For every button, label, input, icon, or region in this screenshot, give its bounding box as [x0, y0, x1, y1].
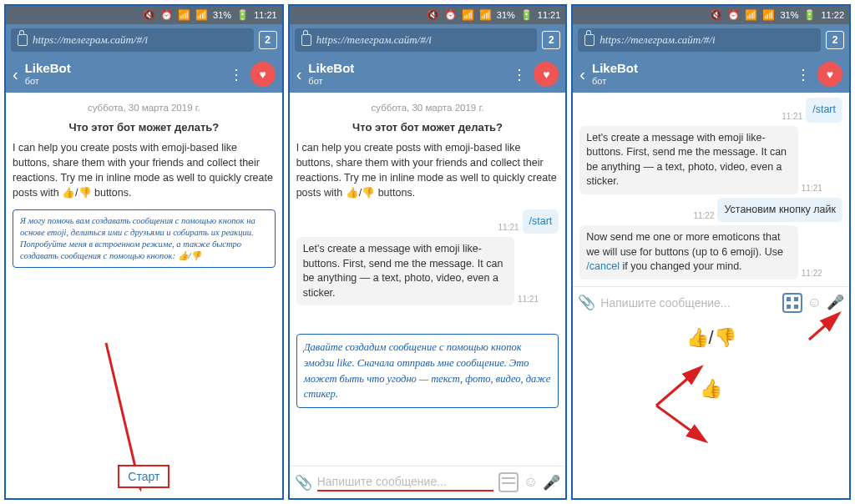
battery-percent: 31%	[780, 10, 798, 20]
date-separator: суббота, 30 марта 2019 г.	[13, 103, 276, 113]
start-button[interactable]: Старт	[118, 465, 169, 488]
tab-count-button[interactable]: 2	[826, 31, 844, 49]
svg-line-2	[656, 370, 698, 406]
url-text: https://телеграм.сайт/#/i	[600, 33, 715, 47]
outgoing-message[interactable]: /start	[806, 98, 842, 123]
outgoing-message[interactable]: Установим кнопку лайк	[717, 198, 842, 223]
battery-percent: 31%	[213, 10, 231, 20]
browser-address-row: https://телеграм.сайт/#/i 2	[6, 24, 282, 56]
menu-dots-icon[interactable]: ⋯	[228, 68, 246, 81]
cancel-command-link[interactable]: /cancel	[586, 260, 620, 272]
favorite-heart-button[interactable]: ♥	[250, 62, 276, 87]
url-text: https://телеграм.сайт/#/i	[33, 33, 148, 47]
bot-intro-text: I can help you create posts with emoji-b…	[13, 140, 276, 201]
favorite-heart-button[interactable]: ♥	[817, 62, 842, 87]
incoming-message[interactable]: Let's create a message with emoji like-b…	[579, 126, 797, 194]
message-input-row: 📎 Напишите сообщение... ☺ 🎤	[290, 466, 566, 498]
attach-icon[interactable]: 📎	[578, 294, 595, 311]
browser-address-row: https://телеграм.сайт/#/i 2	[290, 24, 566, 56]
outgoing-message-row: 11:21 /start	[296, 209, 559, 234]
phone-screenshot-3: 🔇 ⏰ 📶 📶 31% 🔋 11:22 https://телеграм.сай…	[571, 4, 851, 500]
callout-pointer	[355, 312, 375, 335]
emoji-icon[interactable]: ☺	[807, 295, 822, 311]
message-time: 11:22	[693, 211, 714, 220]
sticker-thumbs-pair[interactable]: 👍/👎	[686, 327, 736, 349]
signal-icon: 📶	[479, 10, 492, 20]
date-separator: суббота, 30 марта 2019 г.	[296, 103, 559, 113]
mic-icon[interactable]: 🎤	[827, 294, 844, 311]
svg-line-3	[656, 406, 702, 439]
attach-icon[interactable]: 📎	[295, 474, 312, 491]
back-arrow-icon[interactable]: ‹	[296, 65, 302, 84]
translation-callout: Давайте создадим сообщение с помощью кно…	[296, 334, 559, 408]
message-text-part: Now send me one or more emoticons that w…	[586, 231, 783, 258]
message-input[interactable]: Напишите сообщение...	[600, 295, 777, 311]
message-time: 11:21	[782, 112, 802, 121]
annotation-arrow-branch	[648, 360, 723, 451]
translation-callout: Я могу помочь вам создавать сообщения с …	[13, 209, 276, 269]
lock-icon	[301, 34, 311, 46]
alarm-icon: ⏰	[444, 10, 457, 20]
phone-screenshot-1: 🔇 ⏰ 📶 📶 31% 🔋 11:21 https://телеграм.сай…	[4, 4, 284, 500]
emoji-icon[interactable]: ☺	[524, 474, 538, 491]
chat-body: суббота, 30 марта 2019 г. Что этот бот м…	[290, 93, 566, 466]
browser-address-row: https://телеграм.сайт/#/i 2	[573, 24, 849, 56]
chat-subtitle: бот	[308, 76, 510, 87]
no-sound-icon: 🔇	[710, 10, 722, 20]
status-clock: 11:22	[821, 10, 844, 20]
status-bar: 🔇 ⏰ 📶 📶 31% 🔋 11:21	[6, 6, 282, 24]
signal-icon: 📶	[195, 10, 208, 20]
url-bar[interactable]: https://телеграм.сайт/#/i	[578, 28, 821, 52]
battery-icon: 🔋	[803, 10, 816, 20]
lock-icon	[584, 34, 594, 46]
chat-body: суббота, 30 марта 2019 г. Что этот бот м…	[6, 93, 282, 498]
battery-percent: 31%	[497, 10, 515, 20]
chat-header: ‹ LikeBot бот ⋯ ♥	[6, 56, 282, 93]
chat-header: ‹ LikeBot бот ⋯ ♥	[573, 56, 849, 93]
favorite-heart-button[interactable]: ♥	[534, 62, 559, 87]
bot-intro-title: Что этот бот может делать?	[296, 121, 559, 134]
chat-subtitle: бот	[25, 76, 227, 87]
no-sound-icon: 🔇	[427, 10, 439, 20]
signal-icon: 📶	[762, 10, 775, 20]
sticker-thumb-up[interactable]: 👍	[700, 378, 722, 400]
svg-line-0	[106, 343, 139, 485]
keyboard-toggle-icon[interactable]	[498, 472, 519, 492]
outgoing-message-row: 11:22 Установим кнопку лайк	[579, 198, 842, 223]
tab-count-button[interactable]: 2	[542, 31, 560, 49]
message-input[interactable]: Напишите сообщение...	[317, 473, 493, 491]
wifi-icon: 📶	[462, 10, 474, 20]
svg-line-1	[809, 316, 836, 340]
status-bar: 🔇 ⏰ 📶 📶 31% 🔋 11:22	[573, 6, 849, 24]
alarm-icon: ⏰	[160, 10, 173, 20]
incoming-message-row: Let's create a message with emoji like-b…	[296, 237, 559, 305]
message-time: 11:22	[802, 269, 822, 278]
mic-icon[interactable]: 🎤	[543, 474, 560, 491]
url-bar[interactable]: https://телеграм.сайт/#/i	[295, 28, 538, 52]
tab-count-button[interactable]: 2	[259, 31, 277, 49]
status-bar: 🔇 ⏰ 📶 📶 31% 🔋 11:21	[290, 6, 566, 24]
wifi-icon: 📶	[178, 10, 190, 20]
no-sound-icon: 🔇	[143, 10, 155, 20]
chat-title: LikeBot	[308, 61, 510, 76]
menu-dots-icon[interactable]: ⋯	[511, 68, 529, 81]
battery-icon: 🔋	[520, 10, 533, 20]
chat-subtitle: бот	[592, 76, 794, 87]
back-arrow-icon[interactable]: ‹	[579, 65, 585, 84]
lock-icon	[18, 34, 28, 46]
incoming-message[interactable]: Now send me one or more emoticons that w…	[579, 225, 797, 280]
back-arrow-icon[interactable]: ‹	[13, 65, 18, 84]
menu-dots-icon[interactable]: ⋯	[795, 68, 813, 81]
url-bar[interactable]: https://телеграм.сайт/#/i	[11, 28, 254, 52]
url-text: https://телеграм.сайт/#/i	[316, 33, 432, 47]
message-time: 11:21	[802, 184, 822, 193]
bot-intro-text: I can help you create posts with emoji-b…	[296, 140, 559, 201]
command-menu-icon[interactable]	[782, 293, 802, 313]
incoming-message-row: Let's create a message with emoji like-b…	[579, 126, 842, 194]
message-input-row: 📎 Напишите сообщение... ☺ 🎤	[573, 286, 849, 319]
message-time: 11:21	[518, 295, 539, 304]
bot-intro-title: Что этот бот может делать?	[13, 121, 276, 134]
chat-title: LikeBot	[592, 61, 794, 76]
outgoing-message[interactable]: /start	[523, 209, 559, 234]
incoming-message[interactable]: Let's create a message with emoji like-b…	[296, 237, 514, 305]
